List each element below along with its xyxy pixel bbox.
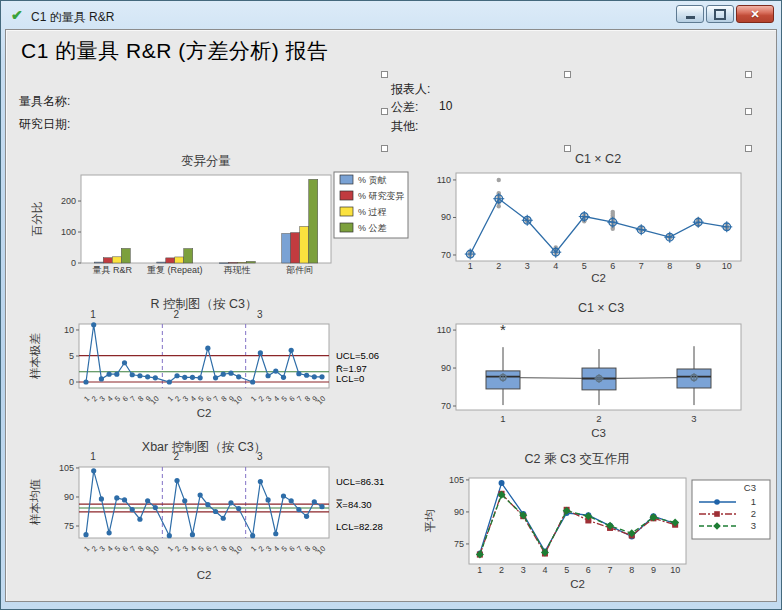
chart-components-of-variation[interactable]: 变异分量0100200百分比量具 R&R重复 (Repeat)再现性部件间% 贡… <box>15 153 411 291</box>
svg-text:R 控制图（按 C3）: R 控制图（按 C3） <box>151 297 258 311</box>
close-icon: ✕ <box>750 8 759 21</box>
svg-text:*: * <box>500 321 506 338</box>
restore-button[interactable] <box>706 5 734 23</box>
titlebar[interactable]: ✔ C1 的量具 R&R ✕ <box>1 1 781 29</box>
svg-text:5: 5 <box>582 261 587 271</box>
svg-text:量具 R&R: 量具 R&R <box>92 265 132 275</box>
svg-text:百分比: 百分比 <box>31 201 43 236</box>
svg-text:3: 3 <box>257 309 263 320</box>
svg-text:C3: C3 <box>744 482 756 493</box>
svg-text:UCL=5.06: UCL=5.06 <box>336 350 379 361</box>
svg-text:10: 10 <box>232 394 244 406</box>
svg-text:7: 7 <box>639 261 644 271</box>
svg-text:75: 75 <box>64 521 74 531</box>
checkmark-icon: ✔ <box>11 7 23 23</box>
svg-text:1: 1 <box>500 413 505 424</box>
svg-text:% 贡献: % 贡献 <box>358 175 387 185</box>
svg-text:10: 10 <box>148 394 160 406</box>
selection-handle[interactable] <box>381 71 388 78</box>
svg-text:3: 3 <box>751 520 756 531</box>
restore-icon <box>714 9 726 20</box>
svg-text:X̿=84.30: X̿=84.30 <box>336 499 372 510</box>
selection-handle[interactable] <box>745 108 752 115</box>
chart-c2-c3-interaction[interactable]: C2 乘 C3 交互作用7590105平均C212345678910C3123 <box>401 448 777 600</box>
svg-text:C2: C2 <box>197 569 212 581</box>
window-title: C1 的量具 R&R <box>31 9 114 26</box>
svg-text:5: 5 <box>564 565 569 575</box>
svg-text:C1 × C3: C1 × C3 <box>578 301 624 315</box>
misc-label: 其他: <box>391 118 418 135</box>
svg-text:7: 7 <box>608 565 613 575</box>
svg-text:2: 2 <box>499 565 504 575</box>
svg-text:1: 1 <box>90 309 96 320</box>
svg-text:8: 8 <box>629 565 634 575</box>
svg-text:2: 2 <box>496 261 501 271</box>
svg-text:% 公差: % 公差 <box>358 223 387 233</box>
svg-text:1: 1 <box>468 261 473 271</box>
svg-text:8: 8 <box>667 261 672 271</box>
chart-c1-by-c3[interactable]: C1 × C37090110C3*123 <box>411 295 776 443</box>
svg-text:样本极差: 样本极差 <box>29 333 41 381</box>
svg-text:90: 90 <box>441 212 451 222</box>
svg-text:200: 200 <box>61 196 76 206</box>
svg-text:6: 6 <box>586 565 591 575</box>
svg-text:重复 (Repeat): 重复 (Repeat) <box>147 265 203 275</box>
svg-text:0: 0 <box>69 377 74 387</box>
svg-text:10: 10 <box>315 544 327 556</box>
svg-text:90: 90 <box>454 507 464 517</box>
study-date-label: 研究日期: <box>19 116 70 133</box>
svg-text:1: 1 <box>90 451 96 462</box>
svg-text:2: 2 <box>596 413 601 424</box>
svg-text:C2: C2 <box>197 407 212 419</box>
svg-text:变异分量: 变异分量 <box>181 154 231 168</box>
svg-text:105: 105 <box>59 463 74 473</box>
svg-text:10: 10 <box>232 544 244 556</box>
svg-text:100: 100 <box>61 227 76 237</box>
selection-handle[interactable] <box>381 108 388 115</box>
svg-text:3: 3 <box>521 565 526 575</box>
svg-text:3: 3 <box>691 413 696 424</box>
svg-text:Xbar 控制图（按 C3）: Xbar 控制图（按 C3） <box>142 440 266 454</box>
svg-text:10: 10 <box>64 325 74 335</box>
svg-text:C2: C2 <box>591 272 606 284</box>
selection-handle[interactable] <box>564 71 571 78</box>
svg-text:1: 1 <box>751 496 756 507</box>
svg-text:再现性: 再现性 <box>223 265 251 275</box>
svg-text:75: 75 <box>454 539 464 549</box>
svg-text:5: 5 <box>69 351 74 361</box>
svg-text:平均: 平均 <box>424 510 436 533</box>
svg-text:4: 4 <box>553 261 558 271</box>
svg-text:C1 × C2: C1 × C2 <box>575 152 621 166</box>
svg-text:% 研究变异: % 研究变异 <box>358 191 405 201</box>
svg-text:10: 10 <box>722 261 732 271</box>
svg-text:UCL=86.31: UCL=86.31 <box>336 476 384 487</box>
chart-r-chart-by-c3[interactable]: R 控制图（按 C3）0510样本极差C2UCL=5.06R̄=1.97LCL=… <box>15 295 411 435</box>
svg-text:90: 90 <box>64 492 74 502</box>
report-window: ✔ C1 的量具 R&R ✕ C1 的量具 R&R (方差分析) 报告 量具名称… <box>0 0 782 610</box>
svg-text:9: 9 <box>696 261 701 271</box>
svg-text:105: 105 <box>449 475 464 485</box>
selection-handle[interactable] <box>381 145 388 152</box>
svg-text:1: 1 <box>477 565 482 575</box>
minimize-button[interactable] <box>676 5 704 23</box>
tolerance-value: 10 <box>439 99 452 113</box>
svg-text:90: 90 <box>441 363 451 373</box>
close-button[interactable]: ✕ <box>736 5 774 23</box>
svg-text:70: 70 <box>441 250 451 260</box>
svg-text:3: 3 <box>257 451 263 462</box>
chart-xbar-chart-by-c3[interactable]: Xbar 控制图（按 C3）7590105样本均值C2UCL=86.31X̿=8… <box>15 438 411 596</box>
svg-text:2: 2 <box>174 451 180 462</box>
svg-text:4: 4 <box>542 565 547 575</box>
svg-text:LCL=82.28: LCL=82.28 <box>336 521 383 532</box>
svg-text:C3: C3 <box>591 427 606 439</box>
gage-name-label: 量具名称: <box>19 93 70 110</box>
svg-text:10: 10 <box>315 394 327 406</box>
svg-text:70: 70 <box>441 401 451 411</box>
svg-text:2: 2 <box>751 508 756 519</box>
selection-handle[interactable] <box>745 71 752 78</box>
svg-text:110: 110 <box>437 325 451 335</box>
svg-text:6: 6 <box>610 261 615 271</box>
svg-text:2: 2 <box>174 309 180 320</box>
svg-text:3: 3 <box>525 261 530 271</box>
chart-c1-by-c2[interactable]: C1 × C27090110C212345678910 <box>411 151 776 291</box>
